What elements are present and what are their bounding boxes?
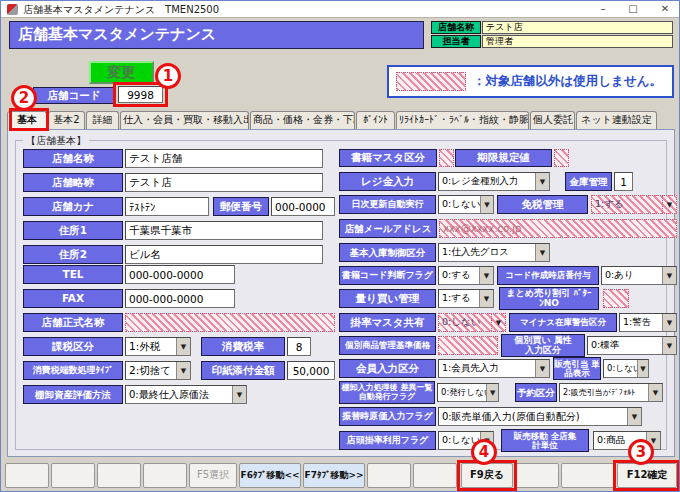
- tax-division-select[interactable]: 1:外税: [125, 337, 191, 356]
- store-name-field: テスト店: [482, 21, 673, 34]
- staff-label: 担当者: [431, 35, 481, 48]
- chevron-down-icon[interactable]: [535, 173, 549, 190]
- limit-rule-label: 期限規定値: [455, 149, 552, 167]
- store-name-input[interactable]: テスト店舗: [125, 149, 323, 168]
- rate-share-select-disabled: 0:しない: [438, 313, 506, 332]
- fax-input[interactable]: 000-000-0000: [125, 289, 235, 308]
- member-input-select[interactable]: 1:会員先入力: [438, 359, 550, 378]
- close-icon[interactable]: ✕: [655, 2, 675, 16]
- minus-stock-select[interactable]: 1:警告: [619, 313, 677, 332]
- stamp-amount-label: 印紙添付金額: [201, 361, 285, 380]
- fn-f2-button[interactable]: [51, 463, 95, 488]
- tab-point[interactable]: ﾎﾟｲﾝﾄ: [356, 111, 395, 129]
- chevron-down-icon[interactable]: [662, 267, 676, 284]
- fn-spacer-button[interactable]: [413, 463, 457, 488]
- daily-update-select[interactable]: 0:しない: [438, 195, 494, 214]
- store-master-maintenance-window: { "window": { "title": "店舗基本マスタメンテナンス TM…: [0, 0, 680, 492]
- address2-input[interactable]: ビル名: [125, 245, 323, 264]
- tab-product-price[interactable]: 商品・価格・金券・下取: [250, 111, 355, 129]
- fn-f1-button[interactable]: [5, 463, 49, 488]
- item-base-price-field-disabled: [438, 336, 498, 355]
- regi-input-select[interactable]: 0:レジ金種別入力: [438, 172, 550, 191]
- chevron-down-icon[interactable]: [648, 384, 662, 401]
- chevron-down-icon[interactable]: [479, 267, 493, 284]
- chevron-down-icon[interactable]: [176, 362, 190, 379]
- chevron-down-icon[interactable]: [479, 290, 493, 307]
- fn-f4-button[interactable]: [143, 463, 187, 488]
- notice-box: ：対象店舗以外は使用しません。: [387, 65, 674, 98]
- weigh-buy-select[interactable]: 1:する: [438, 289, 494, 308]
- chevron-down-icon[interactable]: [232, 386, 246, 403]
- safe-mgmt-input[interactable]: 1: [614, 172, 633, 191]
- tax-division-label: 課税区分: [23, 337, 123, 356]
- code-storeno-select[interactable]: 0:あり: [601, 266, 677, 285]
- reserve-select[interactable]: 2:販売引当がﾃﾞﾌｫﾙﾄ: [559, 383, 663, 402]
- tab-basic[interactable]: 基本: [7, 111, 47, 130]
- store-name-field-label: 店舗名称: [23, 149, 123, 168]
- fn-f12-confirm-button[interactable]: F12確定: [617, 463, 677, 488]
- fn-f5-select-button: F5選択: [189, 463, 237, 488]
- fn-f10-button[interactable]: [515, 463, 559, 488]
- inventory-valuation-select[interactable]: 0:最終仕入原価法: [125, 385, 247, 404]
- chevron-down-icon[interactable]: [627, 408, 641, 425]
- tab-net-link[interactable]: ネット連動設定: [576, 111, 657, 129]
- tab-rewrite-card[interactable]: ﾘﾗｲﾄｶｰﾄﾞ・ﾗﾍﾞﾙ・指紋・静脈: [396, 111, 529, 129]
- store-abbr-input[interactable]: テスト店: [125, 173, 323, 192]
- stamp-amount-input[interactable]: 50,000: [287, 361, 335, 380]
- inv-diff-flag-label: 棚卸入力処理後 差異一覧自動発行フラグ: [339, 381, 435, 404]
- fax-label: FAX: [23, 289, 123, 308]
- hatch-sample-icon: [396, 72, 466, 91]
- chevron-down-icon[interactable]: [662, 314, 676, 331]
- app-icon: [7, 4, 18, 15]
- tax-rate-label: 消費税率: [201, 337, 285, 356]
- stock-in-control-label: 基本入庫制御区分: [339, 243, 436, 262]
- tab-purchase-member[interactable]: 仕入・会員・買取・移動入出庫: [120, 111, 249, 129]
- store-abbr-label: 店舗略称: [23, 173, 123, 192]
- fn-f9-back-button[interactable]: F9戻る: [461, 463, 513, 488]
- notice-text: ：対象店舗以外は使用しません。: [473, 73, 662, 90]
- chevron-down-icon[interactable]: [480, 196, 493, 213]
- change-mode-button[interactable]: 変更: [89, 61, 154, 84]
- inv-diff-flag-select[interactable]: 0:発行しない: [437, 383, 499, 402]
- book-code-flag-select[interactable]: 0:する: [438, 266, 494, 285]
- chevron-down-icon[interactable]: [486, 384, 498, 401]
- chevron-down-icon[interactable]: [662, 337, 676, 354]
- minus-stock-label: マイナス在庫警告区分: [509, 313, 617, 332]
- window-title: 店舗基本マスタメンテナンス TMEN2500: [23, 3, 219, 17]
- chevron-down-icon[interactable]: [535, 244, 549, 261]
- transfer-cost-flag-select[interactable]: 0:販売単価入力(原価自動配分): [438, 407, 642, 426]
- fn-f11-button[interactable]: [561, 463, 615, 488]
- tab-detail[interactable]: 詳細: [86, 111, 119, 129]
- tax-rounding-select[interactable]: 2:切捨て: [125, 361, 191, 380]
- chevron-down-icon[interactable]: [637, 360, 648, 377]
- minimize-icon[interactable]: –: [593, 2, 613, 16]
- chevron-down-icon[interactable]: [535, 360, 549, 377]
- tab-basic2[interactable]: 基本2: [48, 111, 85, 129]
- chevron-down-icon[interactable]: [176, 338, 190, 355]
- staff-field: 管理者: [482, 35, 673, 48]
- transfer-cost-flag-label: 振替時原価入力フラグ: [339, 407, 436, 426]
- indiv-buy-select[interactable]: 0:標準: [587, 336, 677, 355]
- maximize-icon[interactable]: □: [623, 2, 643, 16]
- postal-input[interactable]: 000-0000: [271, 197, 335, 216]
- fn-f3-button[interactable]: [97, 463, 141, 488]
- tax-free-label: 免税管理: [497, 195, 588, 214]
- fn-f8-button[interactable]: [367, 463, 411, 488]
- fn-f7-tab-next-button[interactable]: F7ﾀﾌﾞ移動>>: [303, 463, 365, 488]
- sales-move-unit-label: 販売移動 全店集計単位: [501, 429, 589, 452]
- rate-share-label: 掛率マスタ共有: [339, 313, 436, 332]
- sales-alloc-select[interactable]: 0:しない: [603, 359, 649, 378]
- tax-free-select-disabled: 1:する: [591, 195, 677, 214]
- store-code-input[interactable]: 9998: [118, 86, 163, 103]
- fn-f6-tab-prev-button[interactable]: F6ﾀﾌﾞ移動<<: [239, 463, 301, 488]
- groupbox-title: 【店舗基本】: [23, 134, 89, 148]
- tab-personal-consignment[interactable]: 個人委託: [530, 111, 575, 129]
- store-kana-input[interactable]: ﾃｽﾄﾃﾝ: [125, 197, 209, 216]
- safe-mgmt-label: 金庫管理: [565, 172, 612, 191]
- tel-input[interactable]: 000-000-0000: [125, 265, 235, 284]
- code-storeno-label: コード作成時店番付与: [497, 266, 599, 285]
- address1-input[interactable]: 千葉県千葉市: [125, 221, 323, 240]
- tax-rate-input[interactable]: 8: [287, 337, 311, 356]
- stock-in-control-select[interactable]: 1:仕入先グロス: [438, 243, 550, 262]
- item-base-price-label: 個別商品管理基準価格: [339, 336, 436, 355]
